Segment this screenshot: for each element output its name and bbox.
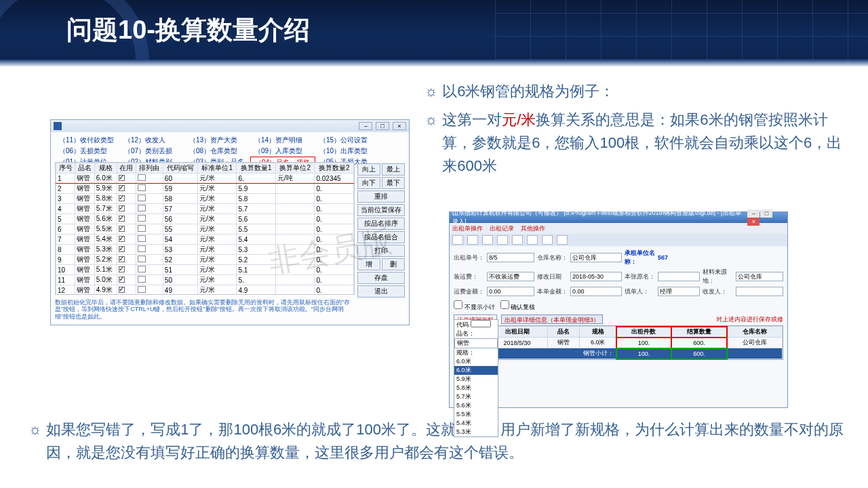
table-row[interactable]: 11钢管5.0米50元/米5.0. — [56, 275, 354, 285]
move-down-button[interactable]: 向下 — [357, 177, 380, 189]
maximize-icon[interactable]: □ — [376, 122, 389, 130]
col-header[interactable]: 序号 — [56, 163, 75, 174]
spec-option[interactable]: 5.8米 — [454, 384, 498, 392]
table-row[interactable]: 6钢管5.5米55元/米5.50. — [56, 224, 354, 235]
tool-icon[interactable] — [482, 235, 493, 245]
banner-underline — [0, 60, 868, 66]
maximize-icon[interactable]: □ — [760, 209, 772, 218]
tool-icon[interactable] — [467, 235, 478, 245]
category-tab[interactable]: （10）出库类型 — [315, 146, 380, 157]
category-tab[interactable]: （12）收发人 — [120, 135, 185, 146]
col-header[interactable]: 换算数量2 — [315, 163, 354, 174]
category-tab[interactable]: （14）资产明细 — [250, 135, 315, 146]
table-row[interactable]: 10钢管5.1米51元/米5.10. — [56, 265, 354, 275]
table-row[interactable]: 4钢管5.7米57元/米5.70. — [56, 204, 354, 214]
minimize-icon[interactable]: – — [747, 209, 760, 218]
category-tab[interactable]: （13）资产大类 — [185, 135, 250, 146]
code-input[interactable] — [471, 320, 491, 327]
input-amt[interactable] — [570, 287, 622, 296]
select-src[interactable] — [736, 272, 783, 281]
table-row[interactable]: 5钢管5.6米56元/米5.60. — [56, 214, 354, 224]
grid-cell[interactable]: 6.0米 — [580, 338, 616, 348]
input-no[interactable] — [487, 253, 534, 262]
pinming-value[interactable]: 钢管 — [454, 338, 498, 348]
table-row[interactable]: 1钢管6.0米60元/米6.元/吨0.02345 — [56, 174, 354, 184]
save-button[interactable]: 存盘 — [357, 272, 405, 284]
add-button[interactable]: 增 — [357, 258, 380, 270]
category-tab[interactable]: （09）入库类型 — [250, 146, 315, 157]
save-position-button[interactable]: 当前位置保存 — [357, 204, 405, 216]
minimize-icon[interactable]: – — [359, 122, 372, 130]
subtotal-amt: 600. — [671, 348, 727, 359]
checkbox-confirm[interactable] — [500, 300, 509, 309]
table-row[interactable]: 2钢管5.9米59元/米5.90. — [56, 184, 354, 194]
spec-picker: 代码 品名： 钢管 规格： 6.0米6.0米5.9米5.8米5.7米5.6米5.… — [454, 319, 498, 437]
spec-table[interactable]: 序号品名规格在用排列由代码缩写标准单位1换算数量1换算单位2换算数量21钢管6.… — [56, 163, 354, 295]
spec-option[interactable]: 5.6米 — [454, 401, 498, 410]
tool-icon[interactable] — [497, 235, 508, 245]
select-ship[interactable] — [487, 272, 534, 281]
sort-by-name-button[interactable]: 按品名排序 — [357, 218, 405, 230]
col-header[interactable]: 规格 — [94, 163, 117, 174]
menu-item[interactable]: 其他操作 — [521, 224, 545, 233]
tool-icon[interactable] — [452, 235, 463, 245]
menu-item[interactable]: 出租记录 — [490, 224, 514, 233]
col-header[interactable]: 换算单位2 — [275, 163, 314, 174]
tool-icon[interactable] — [557, 235, 568, 245]
move-top-button[interactable]: 最上 — [382, 163, 405, 176]
move-bottom-button[interactable]: 最下 — [382, 177, 405, 189]
col-header[interactable]: 品名 — [75, 163, 94, 174]
category-tab[interactable]: （11）收付款类型 — [55, 135, 120, 146]
input-mdate[interactable] — [570, 272, 622, 281]
print-button[interactable]: 打印 — [357, 245, 405, 257]
grid-cell[interactable]: 公司仓库 — [727, 338, 783, 348]
table-row[interactable]: 7钢管5.4米54元/米5.40. — [56, 235, 354, 245]
category-tab[interactable]: （15）公司设置 — [315, 135, 380, 146]
table-row[interactable]: 8钢管5.3米53元/米5.30. — [56, 245, 354, 255]
bullet-1-text: 以6米钢管的规格为例子： — [442, 80, 614, 103]
menu-item[interactable]: 出租单操作 — [452, 224, 483, 233]
move-up-button[interactable]: 向上 — [357, 163, 380, 176]
reorder-button[interactable]: 重排 — [357, 190, 405, 203]
table-row[interactable]: 3钢管5.8米58元/米5.80. — [56, 194, 354, 204]
input-writer[interactable] — [658, 287, 700, 296]
grid-cell[interactable]: 600. — [671, 338, 727, 348]
select-wh[interactable] — [570, 253, 622, 262]
col-header[interactable]: 排列由 — [136, 163, 163, 174]
col-header[interactable]: 换算数量1 — [237, 163, 275, 174]
grid-cell[interactable]: 100. — [616, 338, 672, 348]
tool-icon[interactable] — [527, 235, 538, 245]
spec-option[interactable]: 6.0米 — [454, 366, 498, 375]
input-fee[interactable] — [487, 287, 534, 296]
settings-dialog-screenshot: – □ × （11）收付款类型（12）收发人（13）资产大类（14）资产明细（1… — [50, 119, 410, 325]
input-sender[interactable] — [736, 287, 783, 296]
spec-option[interactable]: 6.0米 — [454, 357, 498, 366]
category-tab[interactable]: （06）丢损类型 — [55, 146, 120, 157]
spec-option[interactable]: 5.7米 — [454, 392, 498, 401]
table-row[interactable]: 12钢管4.9米49元/米4.90. — [56, 285, 354, 296]
col-header[interactable]: 代码缩写 — [163, 163, 197, 174]
col-header[interactable]: 在用 — [117, 163, 136, 174]
close-icon[interactable]: × — [747, 218, 760, 226]
dialog-footer-note: 数据初始化完毕后，请不要随意删除和修改数据。如果确实需要删除无用的资料时，请先用… — [55, 299, 355, 321]
category-tab[interactable]: （08）仓库类型 — [185, 146, 250, 157]
category-tab[interactable]: （07）类别丢损 — [120, 146, 185, 157]
tool-icon[interactable] — [512, 235, 523, 245]
spec-option[interactable]: 5.4米 — [454, 419, 498, 428]
checkbox-noshow[interactable] — [454, 300, 462, 309]
combine-button[interactable]: 按品名组合 — [357, 231, 405, 243]
spec-option[interactable]: 5.9米 — [454, 375, 498, 384]
tab-detail-2[interactable]: 出租单详细信息（本单现金明细3） — [501, 314, 603, 324]
exit-button[interactable]: 退出 — [357, 285, 405, 298]
spec-option[interactable]: 5.5米 — [454, 410, 498, 419]
grid-cell[interactable]: 钢管 — [547, 338, 579, 348]
detail-tabs: 还单填写资料 出租单详细信息（本单现金明细3） 对上述内容进行保存或修 — [450, 313, 787, 325]
close-icon[interactable]: × — [393, 122, 406, 130]
col-header[interactable]: 标准单位1 — [198, 163, 237, 174]
input-orig[interactable] — [658, 272, 700, 281]
delete-button[interactable]: 删 — [382, 258, 405, 270]
table-row[interactable]: 9钢管5.2米52元/米5.20. — [56, 255, 354, 265]
tool-icon[interactable] — [542, 235, 553, 245]
bullet-2: ☼ 这第一对元/米换算关系的意思是：如果6米的钢管按照米计算，参数就是6，您输入… — [425, 108, 845, 178]
spec-option[interactable]: 5.3米 — [454, 428, 498, 436]
